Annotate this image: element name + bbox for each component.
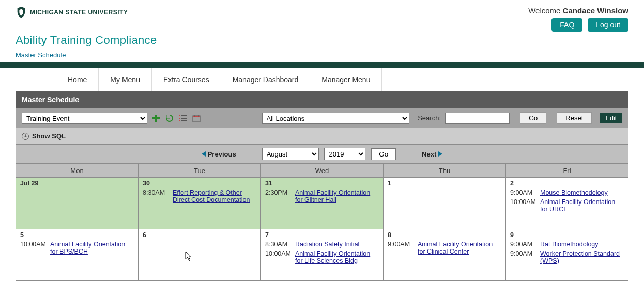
- divider-bar: [0, 62, 644, 68]
- calendar-nav: Previous August 2019 Go Next: [16, 144, 628, 164]
- spartan-helmet-icon: [16, 6, 27, 19]
- nav-manager-dashboard[interactable]: Manager Dashboard: [221, 68, 311, 91]
- chevron-left-icon: [202, 151, 206, 157]
- nav-manager-menu[interactable]: Manager Menu: [310, 68, 382, 91]
- col-wed: Wed: [261, 164, 384, 178]
- cal-cell[interactable]: Jul 29: [16, 178, 139, 229]
- calendar-table: Mon Tue Wed Thu Fri Jul 29 30 8:30AM Eff…: [16, 164, 628, 281]
- col-fri: Fri: [506, 164, 628, 178]
- svg-rect-5: [181, 118, 187, 119]
- university-logo: MICHIGAN STATE UNIVERSITY: [16, 6, 128, 19]
- col-tue: Tue: [139, 164, 261, 178]
- breadcrumb: Master Schedule: [0, 51, 644, 62]
- event-time: 9:00AM: [510, 250, 537, 257]
- main-nav: Home My Menu Extra Courses Manager Dashb…: [0, 68, 644, 91]
- event-time: 9:00AM: [510, 189, 537, 196]
- event-time: 8:30AM: [265, 241, 292, 248]
- calendar-icon[interactable]: [192, 113, 201, 123]
- event-link[interactable]: Animal Facility Orientation for Giltner …: [295, 189, 379, 204]
- event-time: 8:30AM: [143, 189, 170, 196]
- svg-rect-9: [193, 116, 200, 117]
- event-link[interactable]: Animal Facility Orientation for BPS/BCH: [50, 241, 134, 255]
- cal-cell[interactable]: 7 8:30AM Radiation Safety Initial 10:00A…: [261, 229, 384, 281]
- cal-cell[interactable]: 1: [384, 178, 506, 229]
- cal-cell[interactable]: 5 10:00AM Animal Facility Orientation fo…: [16, 229, 139, 281]
- list-icon[interactable]: [178, 113, 188, 123]
- event-type-select[interactable]: Training Event: [22, 113, 147, 124]
- chevron-right-icon: [438, 151, 442, 157]
- col-thu: Thu: [384, 164, 506, 178]
- nav-home[interactable]: Home: [56, 68, 99, 91]
- cal-date: 7: [265, 231, 379, 239]
- svg-rect-2: [179, 115, 180, 116]
- prev-link[interactable]: Previous: [202, 150, 236, 158]
- breadcrumb-link[interactable]: Master Schedule: [16, 51, 66, 59]
- go-button[interactable]: Go: [520, 112, 546, 124]
- year-select[interactable]: 2019: [324, 148, 365, 160]
- cal-cell[interactable]: 2 9:00AM Mouse Biomethodology 10:00AM An…: [506, 178, 628, 229]
- calendar-go-button[interactable]: Go: [371, 148, 396, 160]
- cal-date: 1: [388, 180, 501, 187]
- event-link[interactable]: Animal Facility Orientation for Life Sci…: [295, 250, 379, 264]
- cal-date: 30: [143, 180, 256, 187]
- month-select[interactable]: August: [262, 148, 319, 160]
- nav-extra-courses[interactable]: Extra Courses: [152, 68, 221, 91]
- svg-rect-7: [181, 120, 187, 121]
- event-link[interactable]: Mouse Biomethodology: [540, 189, 608, 196]
- svg-rect-3: [181, 115, 187, 116]
- event-link[interactable]: Rat Biomethodology: [540, 241, 599, 248]
- svg-rect-1: [152, 117, 160, 119]
- panel-title: Master Schedule: [16, 91, 628, 108]
- cal-cell[interactable]: 8 9:00AM Animal Facility Orientation for…: [384, 229, 506, 281]
- svg-rect-4: [179, 118, 180, 119]
- event-link[interactable]: Radiation Safety Initial: [295, 241, 359, 248]
- search-input[interactable]: [445, 113, 510, 124]
- next-link[interactable]: Next: [422, 150, 442, 158]
- university-name: MICHIGAN STATE UNIVERSITY: [30, 9, 128, 16]
- search-label: Search:: [418, 114, 441, 122]
- event-time: 9:00AM: [388, 241, 415, 248]
- faq-button[interactable]: FAQ: [551, 18, 582, 32]
- cal-cell[interactable]: 30 8:30AM Effort Reporting & Other Direc…: [139, 178, 261, 229]
- event-link[interactable]: Animal Facility Orientation for Clinical…: [418, 241, 501, 255]
- add-icon[interactable]: [151, 113, 161, 123]
- cal-date: 31: [265, 180, 379, 187]
- location-select[interactable]: All Locations: [262, 113, 410, 124]
- cal-date: Jul 29: [20, 180, 134, 187]
- event-link[interactable]: Animal Facility Orientation for URCF: [540, 198, 624, 213]
- cal-date: 8: [388, 231, 501, 239]
- toolbar: Training Event All Locations Search: Go …: [16, 108, 628, 128]
- app-title: Ability Training Compliance: [0, 33, 644, 51]
- welcome-text: Welcome Candace Winslow: [528, 6, 628, 15]
- svg-rect-6: [179, 120, 180, 121]
- cal-date: 6: [143, 231, 256, 239]
- event-link[interactable]: Worker Protection Standard (WPS): [540, 250, 624, 264]
- edit-button[interactable]: Edit: [600, 113, 622, 123]
- refresh-icon[interactable]: [165, 113, 174, 123]
- show-sql-toggle[interactable]: + Show SQL: [16, 128, 628, 144]
- cal-cell[interactable]: 6: [139, 229, 261, 281]
- expand-icon: +: [22, 133, 29, 140]
- nav-my-menu[interactable]: My Menu: [99, 68, 152, 91]
- event-time: 10:00AM: [265, 250, 292, 257]
- event-time: 2:30PM: [265, 189, 292, 196]
- cal-date: 9: [510, 231, 624, 239]
- cal-date: 2: [510, 180, 624, 187]
- cal-cell[interactable]: 9 9:00AM Rat Biomethodology 9:00AM Worke…: [506, 229, 628, 281]
- cal-cell[interactable]: 31 2:30PM Animal Facility Orientation fo…: [261, 178, 384, 229]
- event-time: 9:00AM: [510, 241, 537, 248]
- event-time: 10:00AM: [20, 241, 47, 248]
- reset-button[interactable]: Reset: [557, 112, 592, 124]
- event-time: 10:00AM: [510, 198, 537, 206]
- logout-button[interactable]: Log out: [588, 18, 628, 32]
- col-mon: Mon: [16, 164, 139, 178]
- event-link[interactable]: Effort Reporting & Other Direct Cost Doc…: [173, 189, 256, 204]
- cal-date: 5: [20, 231, 134, 239]
